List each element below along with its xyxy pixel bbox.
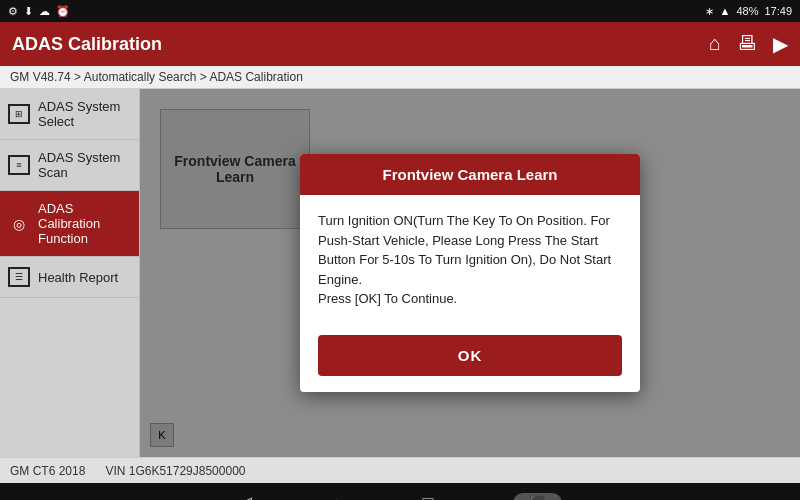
- dialog-body: Turn Ignition ON(Turn The Key To On Posi…: [300, 195, 640, 325]
- sidebar-label-adas-calibration-function: ADAS Calibration Function: [38, 201, 131, 246]
- wifi-icon: ▲: [720, 5, 731, 17]
- sidebar-label-adas-system-scan: ADAS System Scan: [38, 150, 131, 180]
- sidebar-label-adas-system-select: ADAS System Select: [38, 99, 131, 129]
- sidebar-item-adas-system-select[interactable]: ⊞ ADAS System Select: [0, 89, 139, 140]
- bluetooth-icon: ∗: [705, 5, 714, 18]
- sidebar-label-health-report: Health Report: [38, 270, 118, 285]
- page-title: ADAS Calibration: [12, 34, 162, 55]
- dialog-message: Turn Ignition ON(Turn The Key To On Posi…: [318, 213, 611, 306]
- vehicle-vin: VIN 1G6K51729J8500000: [105, 464, 245, 478]
- breadcrumb-text: GM V48.74 > Automatically Search > ADAS …: [10, 70, 303, 84]
- home-nav-button[interactable]: ○: [332, 493, 343, 501]
- sidebar-item-adas-system-scan[interactable]: ≡ ADAS System Scan: [0, 140, 139, 191]
- recents-button[interactable]: □: [423, 493, 434, 501]
- adas-system-select-icon: ⊞: [8, 104, 30, 124]
- home-button[interactable]: ⌂: [709, 32, 721, 56]
- ok-button[interactable]: OK: [318, 335, 622, 376]
- content-area: Frontview Camera Learn K Frontview Camer…: [140, 89, 800, 457]
- battery-text: 48%: [736, 5, 758, 17]
- nav-bar: ◁ ○ □ ⬛: [0, 483, 800, 500]
- dialog: Frontview Camera Learn Turn Ignition ON(…: [300, 154, 640, 392]
- modal-overlay: Frontview Camera Learn Turn Ignition ON(…: [140, 89, 800, 457]
- sidebar-item-health-report[interactable]: ☰ Health Report: [0, 257, 139, 298]
- print-button[interactable]: 🖶: [737, 32, 757, 56]
- time-display: 17:49: [764, 5, 792, 17]
- main-layout: ⊞ ADAS System Select ≡ ADAS System Scan …: [0, 89, 800, 457]
- header-actions: ⌂ 🖶 ▶: [709, 32, 788, 56]
- sidebar: ⊞ ADAS System Select ≡ ADAS System Scan …: [0, 89, 140, 457]
- breadcrumb: GM V48.74 > Automatically Search > ADAS …: [0, 66, 800, 89]
- status-right-icons: ∗ ▲ 48% 17:49: [705, 5, 792, 18]
- adas-calibration-icon: ◎: [8, 213, 30, 235]
- adas-system-scan-icon: ≡: [8, 155, 30, 175]
- sidebar-item-adas-calibration-function[interactable]: ◎ ADAS Calibration Function: [0, 191, 139, 257]
- dialog-header: Frontview Camera Learn: [300, 154, 640, 195]
- status-bar: ⚙ ⬇ ☁ ⏰ ∗ ▲ 48% 17:49: [0, 0, 800, 22]
- health-report-icon: ☰: [8, 267, 30, 287]
- export-button[interactable]: ▶: [773, 32, 788, 56]
- dialog-title: Frontview Camera Learn: [382, 166, 557, 183]
- dialog-footer: OK: [300, 325, 640, 392]
- bottom-bar: GM CT6 2018 VIN 1G6K51729J8500000: [0, 457, 800, 483]
- download-icon: ⬇: [24, 5, 33, 18]
- screen-button[interactable]: ⬛: [513, 493, 562, 500]
- bt-icon: ⚙: [8, 5, 18, 18]
- cloud-icon: ☁: [39, 5, 50, 18]
- header-bar: ADAS Calibration ⌂ 🖶 ▶: [0, 22, 800, 66]
- vehicle-model: GM CT6 2018: [10, 464, 85, 478]
- alarm-icon: ⏰: [56, 5, 70, 18]
- back-button[interactable]: ◁: [238, 492, 252, 500]
- status-left-icons: ⚙ ⬇ ☁ ⏰: [8, 5, 70, 18]
